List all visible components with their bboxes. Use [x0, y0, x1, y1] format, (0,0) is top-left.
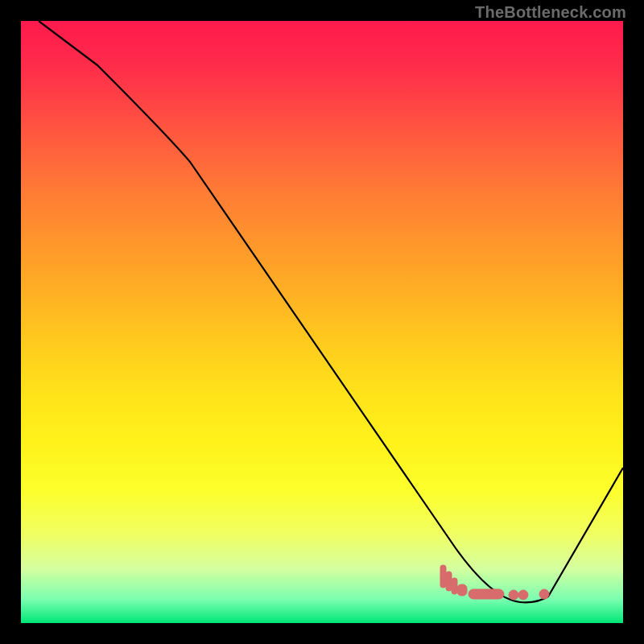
optimal-range-markers	[440, 565, 549, 600]
svg-rect-1	[446, 572, 452, 591]
bottleneck-curve	[39, 21, 623, 602]
svg-rect-0	[440, 565, 446, 588]
curve-layer	[21, 21, 623, 623]
svg-point-5	[509, 590, 518, 600]
svg-rect-2	[452, 578, 457, 594]
watermark-text: TheBottleneck.com	[475, 3, 626, 22]
svg-rect-4	[469, 589, 504, 599]
plot-area	[21, 21, 623, 623]
svg-point-6	[518, 590, 528, 600]
svg-point-7	[539, 589, 549, 599]
chart-frame: TheBottleneck.com	[0, 0, 644, 644]
svg-rect-3	[457, 584, 467, 596]
